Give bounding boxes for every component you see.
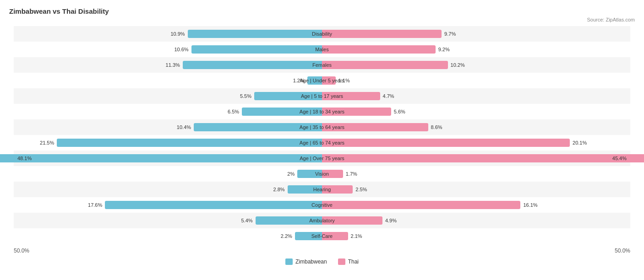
bar-container: Age | Under 5 years1.2%1.1% (14, 75, 630, 86)
bar-right (322, 185, 353, 194)
val-right: 16.1% (521, 202, 537, 208)
val-right: 2.1% (349, 233, 362, 239)
bar-left (242, 108, 322, 116)
bar-left (191, 45, 322, 54)
chart-row: Age | 5 to 17 years5.5%4.7% (14, 88, 630, 104)
chart-row: Males10.6%9.2% (14, 42, 630, 57)
val-left: 10.9% (170, 31, 186, 37)
axis-right: 50.0% (322, 248, 630, 254)
bar-container: Age | 35 to 64 years10.4%8.6% (14, 122, 630, 132)
val-left: 1.2% (293, 78, 306, 83)
bar-left (57, 139, 322, 147)
chart-row: Age | Over 75 years48.1%45.4% (14, 151, 630, 166)
chart-row: Self-Care2.2%2.1% (14, 228, 630, 244)
bar-right (322, 139, 570, 147)
chart-wrapper: Disability10.9%9.7%Males10.6%9.2%Females… (9, 26, 635, 265)
bar-right (322, 201, 520, 209)
val-left: 10.4% (177, 124, 193, 130)
val-left: 48.1% (17, 156, 32, 161)
bar-container: Cognitive17.6%16.1% (14, 200, 630, 210)
bar-left (288, 185, 322, 194)
bar-left (256, 216, 322, 225)
legend-item-zimbabwean: Zimbabwean (285, 258, 327, 265)
val-right: 20.1% (571, 140, 587, 145)
legend: Zimbabwean Thai (14, 258, 630, 265)
val-right: 10.2% (449, 62, 465, 68)
rows-wrapper: Disability10.9%9.7%Males10.6%9.2%Females… (14, 26, 630, 244)
chart-row: Ambulatory5.4%4.9% (14, 213, 630, 228)
bar-left (183, 61, 322, 69)
bar-left (0, 154, 322, 162)
bar-left (194, 123, 322, 131)
bar-right (322, 108, 391, 116)
bar-right (322, 76, 336, 85)
bar-container: Females11.3%10.2% (14, 60, 630, 70)
val-left: 2.8% (273, 187, 287, 192)
legend-box-zimbabwean (285, 258, 293, 265)
chart-row: Disability10.9%9.7% (14, 26, 630, 42)
val-left: 21.5% (40, 140, 56, 145)
val-right: 4.7% (381, 93, 394, 99)
bar-left (295, 232, 322, 240)
chart-row: Cognitive17.6%16.1% (14, 197, 630, 213)
chart-row: Females11.3%10.2% (14, 57, 630, 73)
bar-right (322, 30, 442, 38)
bar-container: Age | Over 75 years48.1%45.4% (14, 153, 630, 163)
bar-container: Vision2%1.7% (14, 169, 630, 179)
source-label: Source: ZipAtlas.com (9, 17, 635, 22)
legend-item-thai: Thai (338, 258, 359, 265)
bar-container: Hearing2.8%2.5% (14, 184, 630, 194)
bar-container: Males10.6%9.2% (14, 44, 630, 54)
bar-left (105, 201, 322, 209)
bar-right (322, 216, 382, 225)
val-left: 6.5% (228, 109, 241, 114)
bar-right (322, 154, 644, 162)
bar-left (254, 92, 322, 100)
legend-label-thai: Thai (348, 258, 359, 265)
val-right: 9.7% (442, 31, 456, 37)
bar-container: Age | 65 to 74 years21.5%20.1% (14, 138, 630, 148)
val-right: 4.9% (383, 218, 397, 223)
chart-row: Hearing2.8%2.5% (14, 182, 630, 197)
bar-container: Age | 5 to 17 years5.5%4.7% (14, 91, 630, 101)
val-left: 11.3% (166, 62, 182, 68)
val-right: 8.6% (429, 124, 442, 130)
val-right: 2.5% (354, 187, 367, 192)
bar-right (322, 92, 380, 100)
chart-row: Age | 18 to 34 years6.5%5.6% (14, 104, 630, 119)
bar-right (322, 45, 436, 54)
chart-title: Zimbabwean vs Thai Disability (9, 7, 635, 15)
val-left: 5.4% (241, 218, 255, 223)
bar-right (322, 123, 428, 131)
val-right: 5.6% (392, 109, 405, 114)
bar-right (322, 170, 343, 178)
bar-left (307, 76, 322, 85)
bar-container: Age | 18 to 34 years6.5%5.6% (14, 107, 630, 117)
val-left: 2% (287, 171, 296, 177)
val-left: 10.6% (174, 47, 190, 52)
val-right: 9.2% (437, 47, 450, 52)
bar-container: Disability10.9%9.7% (14, 29, 630, 39)
legend-box-thai (338, 258, 345, 265)
chart-row: Age | 65 to 74 years21.5%20.1% (14, 135, 630, 151)
val-right: 1.7% (344, 171, 357, 177)
legend-label-zimbabwean: Zimbabwean (295, 258, 327, 265)
val-right: 1.1% (337, 78, 350, 83)
chart-row: Vision2%1.7% (14, 166, 630, 182)
val-left: 17.6% (88, 202, 104, 208)
bar-left (188, 30, 322, 38)
axis-left: 50.0% (14, 248, 322, 254)
bar-left (297, 170, 322, 178)
val-left: 2.2% (281, 233, 294, 239)
chart-row: Age | Under 5 years1.2%1.1% (14, 73, 630, 88)
bar-right (322, 61, 448, 69)
bar-container: Ambulatory5.4%4.9% (14, 215, 630, 226)
chart-row: Age | 35 to 64 years10.4%8.6% (14, 119, 630, 135)
val-left: 5.5% (240, 93, 253, 99)
bar-right (322, 232, 348, 240)
axis-row: 50.0% 50.0% (14, 246, 630, 256)
bar-container: Self-Care2.2%2.1% (14, 231, 630, 241)
val-right: 45.4% (612, 156, 627, 161)
